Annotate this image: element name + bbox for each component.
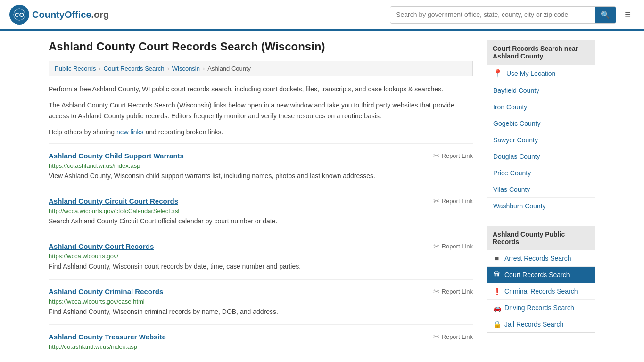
record-title[interactable]: Ashland County Treasurer Website — [49, 333, 166, 341]
nearby-heading: Court Records Search near Ashland County — [487, 40, 595, 65]
public-records-section: Ashland County Public Records ■ Arrest R… — [487, 226, 595, 333]
report-icon: ✂ — [433, 151, 439, 160]
breadcrumb-sep-3: › — [203, 65, 205, 72]
description-para3: Help others by sharing new links and rep… — [49, 127, 473, 137]
breadcrumb-wisconsin[interactable]: Wisconsin — [172, 65, 200, 72]
nearby-county-label: Iron County — [493, 103, 527, 111]
nearby-county-link[interactable]: Bayfield County — [487, 82, 595, 99]
nearby-county-item[interactable]: Iron County — [487, 99, 595, 115]
pub-record-link[interactable]: ❗ Criminal Records Search — [487, 283, 595, 299]
report-label: Report Link — [442, 333, 473, 340]
pub-record-link[interactable]: ■ Arrest Records Search — [487, 250, 595, 266]
breadcrumb-sep-1: › — [99, 65, 100, 72]
record-desc: Search Ashland County Circuit Court offi… — [49, 216, 473, 226]
content-area: Ashland County Court Records Search (Wis… — [49, 40, 473, 360]
record-title[interactable]: Ashland County Court Records — [49, 242, 154, 250]
pub-record-icon: ■ — [493, 255, 501, 262]
menu-button[interactable]: ≡ — [621, 7, 635, 23]
use-location-label: Use My Location — [506, 70, 555, 77]
nearby-county-link[interactable]: Sawyer County — [487, 132, 595, 148]
nearby-county-item[interactable]: Vilas County — [487, 181, 595, 198]
pub-record-item[interactable]: ■ Arrest Records Search — [487, 250, 595, 267]
record-desc: Find Ashland County, Wisconsin court rec… — [49, 262, 473, 272]
report-label: Report Link — [442, 197, 473, 205]
nearby-county-label: Gogebic County — [493, 120, 540, 127]
report-link[interactable]: ✂ Report Link — [433, 287, 473, 296]
new-links-link[interactable]: new links — [116, 128, 144, 136]
report-label: Report Link — [442, 152, 473, 159]
nearby-county-label: Sawyer County — [493, 136, 538, 144]
nearby-county-link[interactable]: Price County — [487, 165, 595, 181]
svg-text:CO: CO — [15, 11, 24, 18]
breadcrumb: Public Records › Court Records Search › … — [49, 61, 473, 76]
nearby-county-link[interactable]: Washburn County — [487, 198, 595, 214]
pub-record-item[interactable]: 🏛 Court Records Search — [487, 267, 595, 283]
report-icon: ✂ — [433, 197, 439, 206]
report-icon: ✂ — [433, 242, 439, 251]
record-header: Ashland County Child Support Warrants ✂ … — [49, 151, 473, 160]
nearby-county-label: Bayfield County — [493, 87, 539, 94]
pub-record-item[interactable]: 🔒 Jail Records Search — [487, 316, 595, 332]
site-header: CO CountyOffice.org 🔍 ≡ — [0, 0, 644, 31]
nearby-list: 📍 Use My Location Bayfield CountyIron Co… — [487, 65, 595, 214]
record-title[interactable]: Ashland County Child Support Warrants — [49, 152, 184, 160]
record-title[interactable]: Ashland County Circuit Court Records — [49, 197, 178, 205]
search-input[interactable] — [390, 7, 595, 22]
record-entry: Ashland County Treasurer Website ✂ Repor… — [49, 324, 473, 360]
record-url: https://wcca.wicourts.gov/ — [49, 253, 473, 260]
nearby-county-item[interactable]: Bayfield County — [487, 82, 595, 99]
nearby-county-item[interactable]: Washburn County — [487, 198, 595, 214]
breadcrumb-public-records[interactable]: Public Records — [55, 65, 96, 72]
logo[interactable]: CO CountyOffice.org — [9, 5, 109, 25]
record-url: http://wcca.wicourts.gov/ctofcCalendarSe… — [49, 207, 473, 214]
nearby-county-item[interactable]: Price County — [487, 165, 595, 181]
pub-record-label: Court Records Search — [504, 271, 570, 279]
nearby-county-link[interactable]: Iron County — [487, 99, 595, 115]
use-location-link[interactable]: 📍 Use My Location — [487, 65, 595, 82]
report-link[interactable]: ✂ Report Link — [433, 197, 473, 206]
breadcrumb-court-records[interactable]: Court Records Search — [104, 65, 165, 72]
description-para2: The Ashland County Court Records Search … — [49, 100, 473, 121]
record-url: http://co.ashland.wi.us/index.asp — [49, 343, 473, 350]
public-records-heading: Ashland County Public Records — [487, 226, 595, 250]
nearby-county-link[interactable]: Gogebic County — [487, 115, 595, 132]
pub-record-label: Jail Records Search — [504, 321, 563, 328]
pub-record-item[interactable]: 🚗 Driving Records Search — [487, 300, 595, 316]
main-container: Ashland County Court Records Search (Wis… — [39, 31, 605, 362]
pub-record-label: Criminal Records Search — [504, 288, 578, 295]
record-header: Ashland County Circuit Court Records ✂ R… — [49, 197, 473, 206]
pub-record-label: Driving Records Search — [504, 304, 574, 312]
search-button[interactable]: 🔍 — [595, 7, 616, 23]
report-link[interactable]: ✂ Report Link — [433, 151, 473, 160]
pub-record-icon: ❗ — [493, 288, 501, 295]
pub-record-label: Arrest Records Search — [504, 255, 571, 262]
pub-record-link[interactable]: 🚗 Driving Records Search — [487, 300, 595, 316]
record-desc: Find Ashland County, Wisconsin criminal … — [49, 307, 473, 317]
record-entry: Ashland County Child Support Warrants ✂ … — [49, 143, 473, 189]
record-entry: Ashland County Criminal Records ✂ Report… — [49, 279, 473, 324]
nearby-county-link[interactable]: Douglas County — [487, 148, 595, 165]
location-icon: 📍 — [493, 69, 503, 78]
pub-record-link[interactable]: 🏛 Court Records Search — [487, 267, 595, 283]
nearby-county-item[interactable]: Gogebic County — [487, 115, 595, 132]
record-entry: Ashland County Court Records ✂ Report Li… — [49, 234, 473, 279]
report-link[interactable]: ✂ Report Link — [433, 242, 473, 251]
pub-record-icon: 🏛 — [493, 271, 501, 279]
nearby-county-link[interactable]: Vilas County — [487, 181, 595, 197]
nearby-section: Court Records Search near Ashland County… — [487, 40, 595, 214]
nearby-county-label: Price County — [493, 169, 531, 177]
pub-record-link[interactable]: 🔒 Jail Records Search — [487, 316, 595, 332]
nearby-county-label: Vilas County — [493, 186, 530, 193]
hamburger-icon: ≡ — [625, 8, 631, 20]
record-title[interactable]: Ashland County Criminal Records — [49, 288, 163, 296]
report-icon: ✂ — [433, 287, 439, 296]
pub-record-item[interactable]: ❗ Criminal Records Search — [487, 283, 595, 300]
pub-record-icon: 🚗 — [493, 304, 501, 312]
nearby-county-item[interactable]: Douglas County — [487, 148, 595, 165]
page-title: Ashland County Court Records Search (Wis… — [49, 40, 473, 53]
report-link[interactable]: ✂ Report Link — [433, 332, 473, 341]
search-bar: 🔍 — [390, 6, 616, 24]
use-location-item[interactable]: 📍 Use My Location — [487, 65, 595, 82]
nearby-county-item[interactable]: Sawyer County — [487, 132, 595, 148]
description-para1: Perform a free Ashland County, WI public… — [49, 84, 473, 94]
